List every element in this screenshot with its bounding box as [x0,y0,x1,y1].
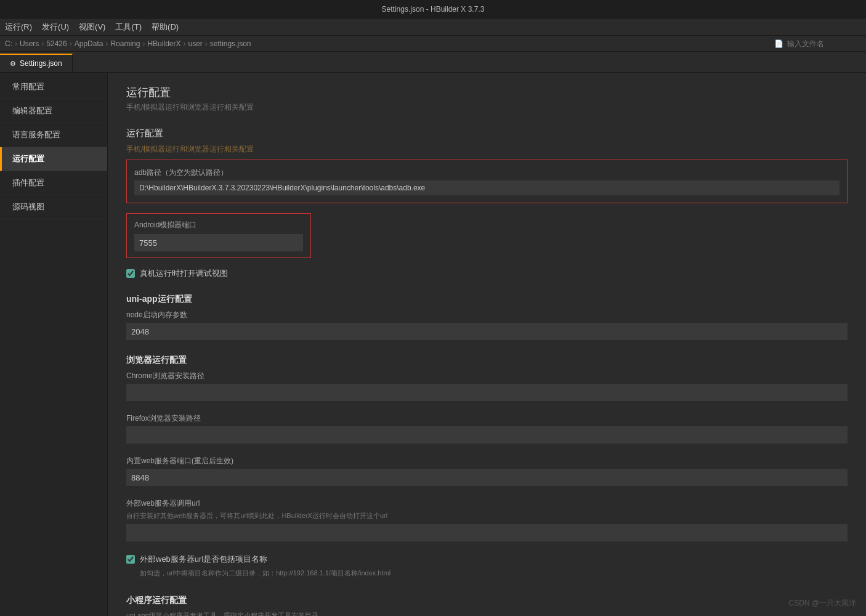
mini-program-subtitle: uni-app级装小程序开发者工具，需指定小程序开发工具安装目录 [126,611,848,616]
chrome-path-input[interactable] [126,384,848,401]
real-device-checkbox[interactable] [126,269,135,278]
file-icon: 📄 [774,39,783,48]
include-project-name-row: 外部web服务器url是否包括项目名称 [126,554,848,565]
node-memory-input[interactable] [126,323,848,340]
external-url-label: 外部web服务器调用url [126,498,848,509]
sidebar-item-editor[interactable]: 编辑器配置 [0,99,107,123]
file-name-input[interactable] [787,39,861,48]
external-url-hint: 自行安装好其他web服务器后，可将其url填到此处，HBuilderX运行时会自… [126,511,848,521]
page-title: 运行配置 [126,85,848,100]
breadcrumb-users[interactable]: Users [20,39,39,48]
android-port-input[interactable] [134,234,303,251]
page-subtitle: 手机/模拟器运行和浏览器运行相关配置 [126,102,848,113]
external-url-group: 外部web服务器调用url 自行安装好其他web服务器后，可将其url填到此处，… [126,498,848,541]
firefox-path-label: Firefox浏览器安装路径 [126,413,848,424]
real-device-checkbox-row: 真机运行时打开调试视图 [126,268,848,279]
real-device-label: 真机运行时打开调试视图 [140,268,228,279]
menu-publish[interactable]: 发行(U) [42,22,69,33]
node-memory-label: node启动内存参数 [126,310,848,320]
breadcrumb-user[interactable]: user [188,39,202,48]
sidebar: 常用配置 编辑器配置 语言服务配置 运行配置 插件配置 源码视图 [0,73,108,616]
chrome-path-label: Chrome浏览器安装路径 [126,371,848,381]
run-config-section-title: 运行配置 [126,128,848,139]
breadcrumb-bar: C: › Users › 52426 › AppData › Roaming ›… [0,36,866,52]
external-url-input[interactable] [126,524,848,541]
include-project-label: 外部web服务器url是否包括项目名称 [140,554,267,565]
title-bar: Settings.json - HBuilder X 3.7.3 [0,0,866,18]
firefox-path-group: Firefox浏览器安装路径 [126,413,848,444]
android-port-box: Android模拟器端口 [126,213,311,258]
settings-tab[interactable]: ⚙ Settings.json [0,54,73,72]
breadcrumb-hbuilderx[interactable]: HBuilderX [147,39,180,48]
include-project-hint: 如勾选，url中将项目名称作为二级目录，如：http://192.168.1.1… [140,569,848,578]
node-memory-group: node启动内存参数 [126,310,848,340]
sidebar-item-source[interactable]: 源码视图 [0,195,107,219]
watermark: CSDN @一只大黑洋 [788,598,856,609]
menu-run[interactable]: 运行(R) [5,22,32,33]
web-server-port-input[interactable] [126,469,848,486]
android-port-label: Android模拟器端口 [134,220,303,230]
sidebar-item-language[interactable]: 语言服务配置 [0,123,107,147]
menu-view[interactable]: 视图(V) [79,22,105,33]
adb-label: adb路径（为空为默认路径） [134,168,840,178]
breadcrumb-52426[interactable]: 52426 [46,39,67,48]
adb-path-display: D:\HbuilderX\HBuilderX.3.7.3.20230223\HB… [134,180,840,195]
breadcrumb-settings-json[interactable]: settings.json [210,39,251,48]
file-input-area: 📄 [774,39,861,48]
sidebar-item-run[interactable]: 运行配置 [0,147,107,171]
title-text: Settings.json - HBuilder X 3.7.3 [382,5,485,14]
web-server-port-label: 内置web服务器端口(重启后生效) [126,456,848,466]
breadcrumb-roaming[interactable]: Roaming [110,39,140,48]
main-layout: 常用配置 编辑器配置 语言服务配置 运行配置 插件配置 源码视图 运行配置 手机… [0,73,866,616]
content-area: 运行配置 手机/模拟器运行和浏览器运行相关配置 运行配置 手机/模拟器运行和浏览… [108,73,866,616]
web-server-port-group: 内置web服务器端口(重启后生效) [126,456,848,486]
gear-icon: ⚙ [10,60,16,68]
sidebar-item-common[interactable]: 常用配置 [0,75,107,99]
mini-program-section-title: 小程序运行配置 [126,595,848,606]
breadcrumb-appdata[interactable]: AppData [75,39,103,48]
uniapp-section-title: uni-app运行配置 [126,294,848,305]
chrome-path-group: Chrome浏览器安装路径 [126,371,848,401]
menu-bar: 运行(R) 发行(U) 视图(V) 工具(T) 帮助(D) [0,18,866,36]
tab-bar: ⚙ Settings.json [0,52,866,73]
tab-label: Settings.json [20,59,62,68]
include-project-checkbox[interactable] [126,555,135,564]
menu-help[interactable]: 帮助(D) [152,22,179,33]
browser-section-title: 浏览器运行配置 [126,355,848,366]
firefox-path-input[interactable] [126,426,848,444]
adb-config-box: adb路径（为空为默认路径） D:\HbuilderX\HBuilderX.3.… [126,160,848,203]
run-config-section-hint: 手机/模拟器运行和浏览器运行相关配置 [126,144,848,155]
menu-tools[interactable]: 工具(T) [115,22,142,33]
sidebar-item-plugin[interactable]: 插件配置 [0,171,107,195]
breadcrumb-c[interactable]: C: [5,39,12,48]
